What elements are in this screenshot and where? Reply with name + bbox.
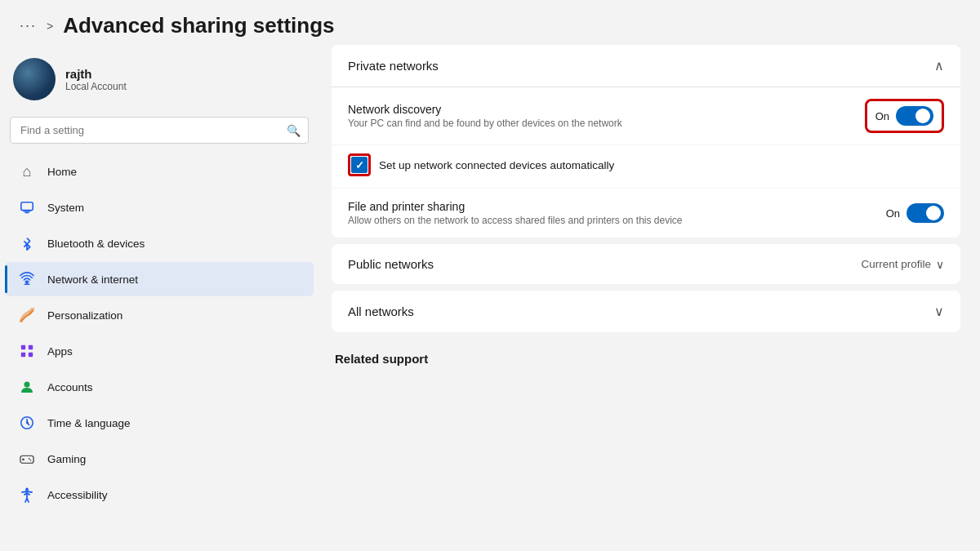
sidebar-item-time[interactable]: Time & language — [5, 406, 314, 440]
all-networks-card: All networks ∨ — [332, 291, 960, 332]
private-networks-header[interactable]: Private networks ∧ — [332, 45, 960, 87]
sidebar-item-label: Apps — [47, 345, 73, 358]
file-sharing-row: File and printer sharing Allow others on… — [332, 189, 960, 238]
system-icon — [18, 198, 36, 216]
checkbox-checkmark: ✓ — [355, 159, 364, 171]
file-sharing-toggle[interactable] — [906, 203, 944, 223]
svg-rect-1 — [24, 211, 29, 213]
svg-rect-0 — [21, 202, 33, 211]
sidebar-item-network[interactable]: Network & internet — [5, 262, 314, 296]
user-type: Local Account — [65, 81, 127, 92]
network-discovery-row: Network discovery Your PC can find and b… — [332, 87, 960, 145]
sidebar-item-label: Accounts — [47, 381, 93, 393]
network-discovery-toggle-label: On — [875, 110, 889, 122]
sidebar-item-personalization[interactable]: Personalization — [5, 298, 314, 332]
public-networks-header[interactable]: Public networks Current profile ∨ — [332, 244, 960, 284]
current-profile-label: Current profile — [861, 258, 931, 270]
current-profile-container: Current profile ∨ — [861, 258, 944, 271]
related-support-title: Related support — [335, 352, 428, 366]
auto-setup-label: Set up network connected devices automat… — [379, 159, 614, 171]
sidebar-item-label: Accessibility — [47, 489, 108, 501]
time-icon — [18, 414, 36, 432]
sidebar-item-bluetooth[interactable]: Bluetooth & devices — [5, 226, 314, 260]
private-networks-card: Private networks ∧ Network discovery You… — [332, 45, 960, 238]
svg-point-16 — [25, 488, 29, 491]
auto-setup-row: ✓ Set up network connected devices autom… — [332, 145, 960, 189]
all-networks-chevron: ∨ — [934, 304, 944, 319]
personalization-icon — [18, 306, 36, 324]
file-sharing-desc: Allow others on the network to access sh… — [348, 215, 886, 226]
file-sharing-info: File and printer sharing Allow others on… — [348, 200, 886, 226]
network-discovery-info: Network discovery Your PC can find and b… — [348, 103, 865, 129]
related-support-section: Related support — [332, 339, 960, 370]
apps-icon — [18, 342, 36, 360]
sidebar-item-home[interactable]: ⌂ Home — [5, 154, 314, 189]
sidebar-item-gaming[interactable]: Gaming — [5, 442, 314, 476]
sidebar-item-label: Gaming — [47, 453, 86, 465]
sidebar-item-label: Network & internet — [47, 273, 138, 286]
breadcrumb-chevron: > — [47, 20, 53, 33]
search-container: 🔍 — [10, 117, 309, 144]
user-info: rajth Local Account — [65, 67, 127, 92]
network-discovery-toggle[interactable] — [896, 106, 933, 126]
svg-rect-3 — [21, 345, 25, 349]
bluetooth-icon — [18, 234, 36, 252]
sidebar-item-label: Time & language — [47, 417, 131, 429]
public-networks-chevron: ∨ — [936, 258, 944, 271]
sidebar-item-apps[interactable]: Apps — [5, 334, 314, 368]
file-sharing-toggle-container: On — [886, 203, 944, 223]
public-networks-card: Public networks Current profile ∨ — [332, 244, 960, 284]
svg-rect-6 — [29, 353, 33, 357]
network-discovery-desc: Your PC can find and be found by other d… — [348, 118, 865, 129]
search-input[interactable] — [10, 117, 309, 144]
user-profile: rajth Local Account — [0, 51, 318, 113]
all-networks-header[interactable]: All networks ∨ — [332, 291, 960, 332]
sidebar-item-label: Bluetooth & devices — [47, 238, 145, 250]
svg-point-7 — [24, 382, 30, 388]
private-networks-title: Private networks — [348, 59, 439, 73]
avatar — [13, 58, 56, 100]
sidebar-item-accessibility[interactable]: Accessibility — [5, 478, 314, 512]
svg-point-14 — [29, 458, 30, 460]
accounts-icon — [18, 378, 36, 396]
network-discovery-toggle-box: On — [865, 99, 944, 133]
sidebar-item-label: Home — [47, 166, 77, 178]
breadcrumb-dots: ··· — [20, 17, 37, 34]
sidebar-item-accounts[interactable]: Accounts — [5, 370, 314, 404]
gaming-icon — [18, 450, 36, 468]
search-icon: 🔍 — [287, 124, 301, 137]
avatar-image — [13, 58, 56, 100]
file-sharing-title: File and printer sharing — [348, 200, 886, 213]
private-networks-chevron: ∧ — [934, 58, 944, 73]
auto-setup-checkbox[interactable]: ✓ — [351, 157, 368, 173]
accessibility-icon — [18, 486, 36, 504]
svg-point-9 — [26, 422, 28, 424]
svg-rect-4 — [29, 345, 33, 349]
network-discovery-title: Network discovery — [348, 103, 865, 116]
sidebar-item-system[interactable]: System — [5, 190, 314, 224]
auto-setup-checkbox-wrap: ✓ — [348, 153, 371, 176]
public-networks-title: Public networks — [348, 257, 434, 271]
page-title: Advanced sharing settings — [63, 13, 334, 38]
all-networks-title: All networks — [348, 304, 414, 318]
home-icon: ⌂ — [18, 162, 36, 180]
sidebar-item-label: System — [47, 202, 84, 214]
svg-rect-2 — [24, 211, 31, 212]
user-name: rajth — [65, 67, 127, 81]
network-icon — [18, 270, 36, 288]
svg-rect-5 — [21, 353, 25, 357]
content-area: Private networks ∧ Network discovery You… — [318, 45, 980, 551]
sidebar-item-label: Personalization — [47, 309, 122, 322]
svg-point-15 — [30, 460, 32, 461]
page-header: ··· > Advanced sharing settings — [0, 0, 980, 45]
file-sharing-toggle-label: On — [886, 207, 900, 220]
main-layout: rajth Local Account 🔍 ⌂ Home System — [0, 45, 980, 551]
sidebar: rajth Local Account 🔍 ⌂ Home System — [0, 45, 318, 551]
